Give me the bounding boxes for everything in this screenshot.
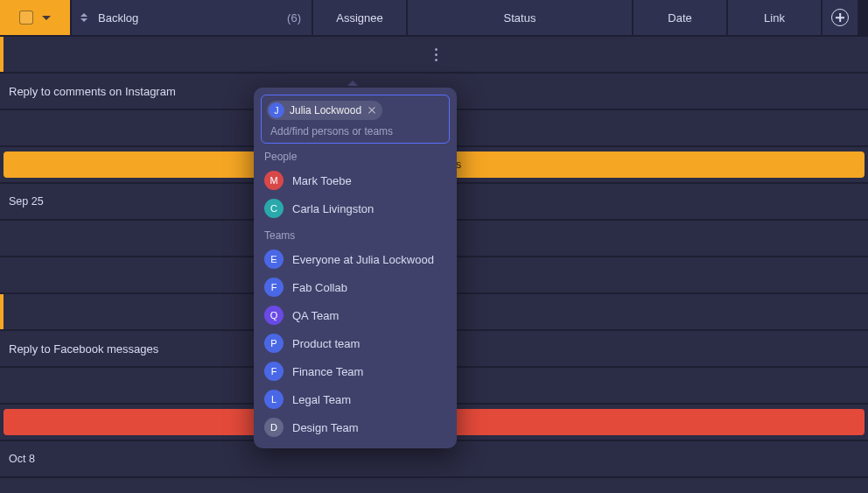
option-label: Product team xyxy=(292,337,360,350)
add-column-button[interactable] xyxy=(822,0,858,35)
task-title: Reply to Facebook messages xyxy=(9,342,158,356)
avatar: E xyxy=(264,250,284,269)
picker-option[interactable]: PProduct team xyxy=(261,329,450,357)
picker-input[interactable]: Add/find persons or teams xyxy=(267,123,444,137)
avatar: P xyxy=(264,334,284,353)
picker-input-wrap[interactable]: J Julia Lockwood Add/find persons or tea… xyxy=(261,95,450,144)
sort-icon[interactable] xyxy=(80,13,88,22)
avatar: J xyxy=(269,102,284,118)
checkbox-icon[interactable] xyxy=(19,11,33,25)
option-label: Legal Team xyxy=(292,393,351,406)
picker-option[interactable]: QQA Team xyxy=(261,301,450,329)
col-date[interactable]: Date xyxy=(634,0,726,35)
avatar: F xyxy=(264,278,284,297)
picker-option[interactable]: FFinance Team xyxy=(261,357,450,385)
remove-tag-icon[interactable] xyxy=(367,105,377,116)
avatar: L xyxy=(264,390,284,409)
avatar: M xyxy=(264,171,284,190)
col-link[interactable]: Link xyxy=(728,0,821,35)
option-label: Carla Livingston xyxy=(292,202,374,215)
option-label: Finance Team xyxy=(292,365,363,378)
drag-handle-icon[interactable] xyxy=(435,48,438,61)
assignee-picker[interactable]: J Julia Lockwood Add/find persons or tea… xyxy=(254,88,457,448)
row-handle[interactable] xyxy=(0,37,868,72)
popup-caret xyxy=(347,81,358,86)
group-count: (6) xyxy=(287,11,301,25)
plus-circle-icon xyxy=(831,9,849,26)
task-link[interactable] xyxy=(0,478,868,493)
avatar: F xyxy=(264,362,284,381)
picker-section-title: Teams xyxy=(261,222,450,245)
group-name-cell[interactable]: Backlog (6) xyxy=(72,0,312,35)
option-label: Mark Toebe xyxy=(292,174,352,187)
picker-option[interactable]: MMark Toebe xyxy=(261,166,450,194)
avatar: D xyxy=(264,418,284,437)
col-status[interactable]: Status xyxy=(408,0,632,35)
group-header: Backlog (6) Assignee Status Date Link xyxy=(0,0,868,35)
option-label: QA Team xyxy=(292,309,339,322)
picker-option[interactable]: DDesign Team xyxy=(261,413,450,441)
picker-section-title: People xyxy=(261,144,450,166)
option-label: Design Team xyxy=(292,421,359,434)
picker-option[interactable]: EEveryone at Julia Lockwood xyxy=(261,245,450,273)
picker-option[interactable]: CCarla Livingston xyxy=(261,194,450,222)
selected-person-tag[interactable]: J Julia Lockwood xyxy=(267,101,382,120)
option-label: Fab Collab xyxy=(292,281,347,294)
picker-option[interactable]: FFab Collab xyxy=(261,273,450,301)
option-label: Everyone at Julia Lockwood xyxy=(292,253,434,266)
group-name: Backlog xyxy=(98,11,138,25)
avatar: C xyxy=(264,199,284,218)
chevron-down-icon[interactable] xyxy=(42,16,51,20)
group-select-all[interactable] xyxy=(0,0,70,35)
picker-option[interactable]: LLegal Team xyxy=(261,385,450,413)
selected-person-name: Julia Lockwood xyxy=(290,104,361,116)
col-assignee[interactable]: Assignee xyxy=(313,0,406,35)
task-title: Reply to comments on Instagram xyxy=(9,85,176,98)
avatar: Q xyxy=(264,306,284,325)
